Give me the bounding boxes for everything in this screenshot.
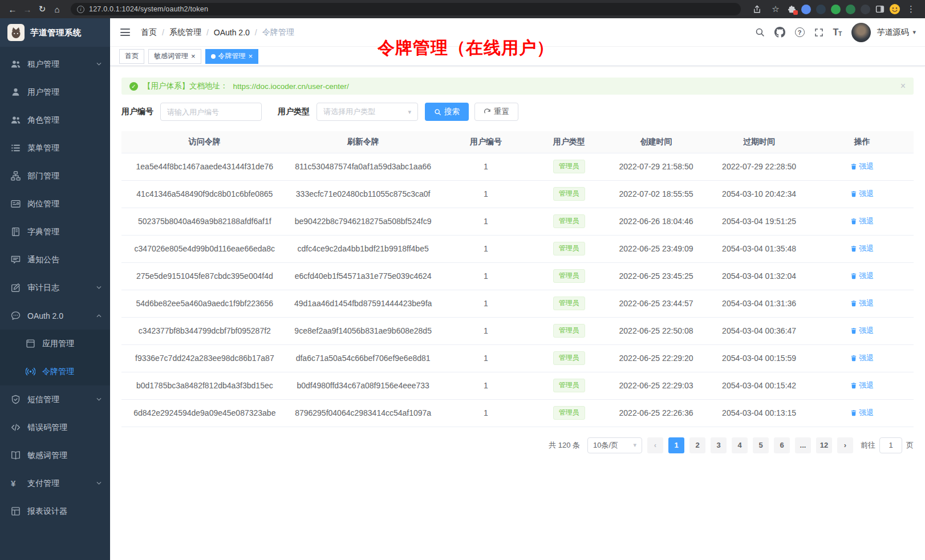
sidebar-item-user[interactable]: 用户管理: [0, 78, 110, 106]
tab-close-icon[interactable]: ×: [249, 52, 253, 60]
extension-green-icon[interactable]: [831, 5, 841, 14]
force-logout-button[interactable]: 强退: [850, 189, 874, 199]
sidebar-item-label: 令牌管理: [42, 367, 74, 377]
forward-icon[interactable]: →: [21, 2, 34, 16]
prev-page-button[interactable]: ‹: [647, 437, 663, 453]
back-icon[interactable]: ←: [6, 2, 19, 16]
page-button-2[interactable]: 2: [689, 437, 705, 453]
sidebar-item-post[interactable]: 岗位管理: [0, 190, 110, 218]
font-size-icon[interactable]: TT: [833, 28, 842, 37]
delete-icon: [850, 163, 857, 170]
user-type-badge: 管理员: [553, 187, 585, 201]
page-button-6[interactable]: 6: [774, 437, 790, 453]
fullscreen-icon[interactable]: [814, 28, 823, 37]
bookmark-star-icon[interactable]: ☆: [769, 2, 782, 16]
tab-token[interactable]: 令牌管理 ×: [205, 49, 259, 64]
breadcrumb-oauth2[interactable]: OAuth 2.0: [214, 28, 250, 37]
sidebar-item-notice[interactable]: 通知公告: [0, 246, 110, 274]
page-ellipsis-button[interactable]: ...: [795, 437, 811, 453]
breadcrumb-home[interactable]: 首页: [141, 27, 157, 38]
goto-unit: 页: [906, 440, 914, 451]
report-layout-icon: [11, 506, 21, 516]
filter-form: 用户编号 用户类型 请选择用户类型 ▾ 搜索 重置: [121, 103, 914, 121]
column-header-expire-time: 过期时间: [708, 131, 811, 153]
sidebar-toggle-icon[interactable]: [119, 26, 131, 39]
user-menu-caret-icon[interactable]: ▾: [912, 29, 916, 36]
tab-home[interactable]: 首页: [119, 49, 144, 64]
user-type-cell: 管理员: [533, 180, 605, 208]
extension-dark-icon[interactable]: [816, 5, 826, 14]
extension-gray-icon[interactable]: [861, 5, 870, 14]
page-button-1[interactable]: 1: [668, 437, 684, 453]
sidebar-item-pay[interactable]: ¥ 支付管理: [0, 469, 110, 497]
force-logout-button[interactable]: 强退: [850, 298, 874, 309]
profile-avatar-icon[interactable]: [890, 4, 900, 14]
user-avatar[interactable]: [851, 23, 871, 42]
next-page-button[interactable]: ›: [837, 437, 853, 453]
extension-teal-icon[interactable]: [846, 5, 855, 14]
menu-list-icon: [11, 143, 21, 153]
sidebar-item-sms[interactable]: 短信管理: [0, 385, 110, 413]
sidebar-item-dept[interactable]: 部门管理: [0, 162, 110, 190]
page-button-5[interactable]: 5: [753, 437, 769, 453]
search-button[interactable]: 搜索: [425, 103, 469, 121]
alert-close-icon[interactable]: ×: [900, 82, 906, 91]
sidebar-item-oauth2-app[interactable]: 应用管理: [0, 330, 110, 358]
app-logo-bar[interactable]: 芋道管理系统: [0, 18, 110, 47]
force-logout-button[interactable]: 强退: [850, 161, 874, 172]
force-logout-button[interactable]: 强退: [850, 353, 874, 363]
github-icon[interactable]: [774, 27, 785, 38]
pagination-goto: 前往 页: [861, 437, 914, 453]
user-type-select[interactable]: 请选择用户类型 ▾: [317, 103, 418, 121]
browser-menu-icon[interactable]: ⋮: [905, 4, 917, 14]
sidebar-item-dict[interactable]: 字典管理: [0, 218, 110, 246]
sidebar-item-role[interactable]: 角色管理: [0, 106, 110, 134]
force-logout-button[interactable]: 强退: [850, 271, 874, 281]
page-size-select[interactable]: 10条/页 ▾: [587, 437, 642, 453]
address-bar[interactable]: i 127.0.0.1:1024/system/oauth2/token: [71, 3, 741, 15]
sidebar-item-tenant[interactable]: 租户管理: [0, 50, 110, 78]
force-logout-button[interactable]: 强退: [850, 408, 874, 418]
tab-close-icon[interactable]: ×: [191, 52, 196, 60]
sidebar-item-menu[interactable]: 菜单管理: [0, 134, 110, 162]
user-name[interactable]: 芋道源码: [877, 27, 908, 38]
sidebar-item-oauth2[interactable]: OAuth 2.0: [0, 302, 110, 330]
sidebar-item-sensitive-word[interactable]: 敏感词管理: [0, 441, 110, 469]
reload-icon[interactable]: ↻: [35, 2, 49, 16]
url-text[interactable]: 127.0.0.1:1024/system/oauth2/token: [89, 5, 208, 13]
oauth2-icon: [11, 311, 21, 320]
delete-icon: [850, 355, 857, 362]
goto-label: 前往: [861, 440, 875, 451]
sidebar-item-audit-log[interactable]: 审计日志: [0, 274, 110, 302]
goto-page-input[interactable]: [879, 437, 902, 453]
side-panel-icon[interactable]: [875, 5, 885, 14]
extension-blue-icon[interactable]: [801, 5, 811, 14]
force-logout-button[interactable]: 强退: [850, 216, 874, 226]
breadcrumb-system[interactable]: 系统管理: [169, 27, 201, 38]
page-button-3[interactable]: 3: [711, 437, 727, 453]
home-icon[interactable]: ⌂: [50, 2, 64, 16]
doc-alert-link[interactable]: https://doc.iocoder.cn/user-center/: [233, 82, 349, 91]
force-logout-button[interactable]: 强退: [850, 326, 874, 336]
sidebar-item-error-code[interactable]: 错误码管理: [0, 413, 110, 441]
force-logout-button[interactable]: 强退: [850, 380, 874, 391]
site-info-icon[interactable]: i: [77, 6, 84, 13]
sidebar-item-label: 菜单管理: [27, 143, 59, 153]
sidebar-item-oauth2-token[interactable]: 令牌管理: [0, 358, 110, 385]
tab-sensitive-word[interactable]: 敏感词管理 ×: [148, 49, 201, 64]
user-id-cell: 1: [439, 399, 534, 427]
access-token-cell: 6d842e2924594de9a09e45e087323abe: [121, 399, 288, 427]
reset-button[interactable]: 重置: [474, 103, 518, 121]
sidebar-item-report-designer[interactable]: 报表设计器: [0, 497, 110, 525]
breadcrumb-separator: /: [162, 28, 164, 37]
page-button-12[interactable]: 12: [816, 437, 832, 453]
extension-notification-icon[interactable]: [788, 5, 796, 14]
user-id-input[interactable]: [160, 103, 262, 121]
force-logout-button[interactable]: 强退: [850, 244, 874, 254]
share-icon[interactable]: [750, 2, 764, 16]
page-button-4[interactable]: 4: [732, 437, 748, 453]
sidebar-item-label: 应用管理: [42, 339, 74, 349]
help-icon[interactable]: ?: [795, 27, 805, 37]
sidebar-item-label: OAuth 2.0: [27, 311, 63, 320]
search-icon[interactable]: [755, 27, 765, 37]
